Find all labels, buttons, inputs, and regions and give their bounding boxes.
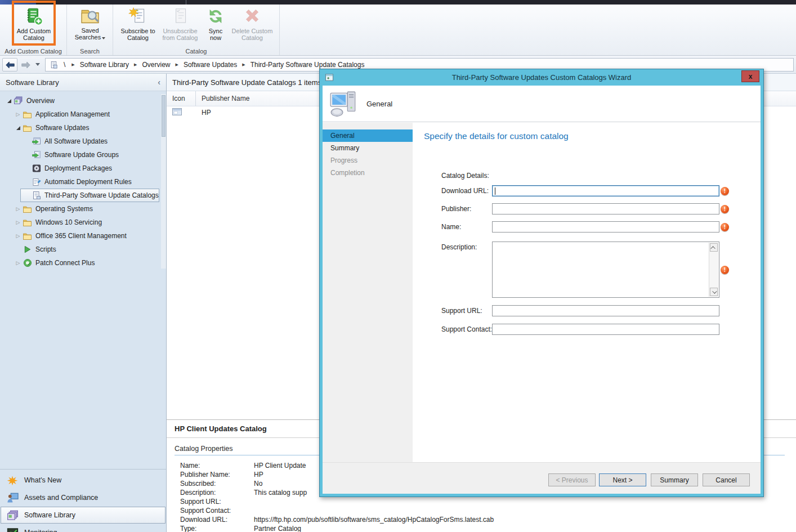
field-label-publisher: Publisher: bbox=[441, 205, 471, 213]
expand-expander-icon[interactable] bbox=[14, 202, 23, 216]
sidebar-item-third-party-software-update-catalogs[interactable]: Third-Party Software Update Catalogs bbox=[0, 189, 160, 202]
catalogs-icon bbox=[32, 191, 41, 200]
wizard-heading: Specify the details for custom catalog bbox=[424, 131, 569, 141]
cancel-button[interactable]: Cancel bbox=[703, 473, 750, 486]
expand-expander-icon[interactable] bbox=[14, 108, 23, 121]
wizard-header: General bbox=[323, 86, 761, 122]
ribbon-tab-separator bbox=[186, 0, 186, 5]
history-dropdown-icon[interactable] bbox=[35, 63, 40, 66]
description-textarea[interactable] bbox=[492, 242, 719, 298]
workspace-item-assets-and-compliance[interactable]: Assets and Compliance bbox=[1, 489, 166, 506]
software-updates-icon bbox=[32, 137, 41, 146]
monitoring-icon bbox=[6, 527, 19, 532]
breadcrumb-item-software-library[interactable]: Software Library bbox=[77, 60, 132, 70]
expander-spacer bbox=[23, 162, 32, 175]
sidebar-item-software-updates[interactable]: Software Updates bbox=[0, 121, 160, 135]
row-publisher-name: HP bbox=[196, 109, 211, 117]
sidebar-title: Software Library bbox=[6, 78, 59, 87]
ribbon-button-unsubscribe-from-catalog[interactable]: Unsubscribe from Catalog bbox=[158, 6, 202, 42]
workspace-item-monitoring[interactable]: Monitoring bbox=[1, 524, 166, 532]
ribbon-button-saved-searches[interactable]: Saved Searches bbox=[70, 6, 110, 41]
catalog-row-icon bbox=[172, 108, 182, 115]
field-label-support-contact: Support Contact: bbox=[441, 325, 492, 333]
collapse-expander-icon[interactable] bbox=[5, 94, 14, 108]
workspace-item-software-library[interactable]: Software Library bbox=[1, 507, 166, 524]
software-library-icon bbox=[6, 509, 19, 521]
collapse-expander-icon[interactable] bbox=[14, 121, 23, 135]
ribbon-button-subscribe-to-catalog[interactable]: Subscribe to Catalog bbox=[118, 6, 158, 42]
back-arrow-icon bbox=[5, 61, 15, 69]
forward-button[interactable] bbox=[18, 58, 33, 71]
collapse-sidebar-icon[interactable]: ‹ bbox=[158, 78, 160, 86]
property-label: Download URL: bbox=[167, 516, 254, 524]
scroll-up-icon[interactable] bbox=[710, 243, 718, 252]
support-url-input[interactable] bbox=[492, 305, 719, 316]
tree-item-label: Deployment Packages bbox=[44, 164, 112, 172]
back-button[interactable] bbox=[2, 58, 17, 71]
expand-expander-icon[interactable] bbox=[14, 256, 23, 270]
sidebar-item-scripts[interactable]: Scripts bbox=[0, 243, 160, 256]
breadcrumb-root[interactable]: \ bbox=[58, 61, 70, 69]
property-label: Publisher Name: bbox=[167, 471, 254, 479]
column-header-icon[interactable]: Icon bbox=[167, 91, 196, 106]
breadcrumb-item-overview[interactable]: Overview bbox=[139, 60, 174, 70]
name-input[interactable] bbox=[492, 221, 719, 233]
delete-custom-catalog-icon bbox=[243, 6, 262, 26]
expand-expander-icon[interactable] bbox=[14, 216, 23, 229]
wizard-footer: < PreviousNext >SummaryCancel bbox=[323, 462, 761, 494]
publisher-input[interactable] bbox=[492, 203, 719, 214]
sidebar-item-windows-10-servicing[interactable]: Windows 10 Servicing bbox=[0, 216, 160, 229]
summary-button[interactable]: Summary bbox=[651, 473, 698, 486]
breadcrumb-item-software-updates[interactable]: Software Updates bbox=[180, 60, 240, 70]
folder-icon bbox=[23, 218, 32, 227]
ribbon-button-sync-now[interactable]: Sync now bbox=[203, 6, 228, 42]
sidebar-item-deployment-packages[interactable]: Deployment Packages bbox=[0, 162, 160, 175]
tree-item-label: Office 365 Client Management bbox=[35, 232, 127, 240]
folder-icon bbox=[23, 204, 32, 214]
next-button[interactable]: Next > bbox=[599, 473, 646, 486]
workspace-label: Assets and Compliance bbox=[24, 494, 98, 502]
tree-item-label: Software Updates bbox=[35, 124, 89, 132]
wizard-step-summary[interactable]: Summary bbox=[323, 142, 413, 154]
close-button[interactable]: x bbox=[741, 70, 759, 82]
support-contact-input[interactable] bbox=[492, 324, 719, 335]
column-header-publisher-name[interactable]: Publisher Name bbox=[196, 91, 249, 106]
tree-item-label: Operating Systems bbox=[35, 205, 93, 213]
sidebar-item-operating-systems[interactable]: Operating Systems bbox=[0, 202, 160, 216]
wizard-page-name: General bbox=[366, 100, 392, 108]
wizard-step-general[interactable]: General bbox=[323, 129, 413, 142]
sidebar-item-software-update-groups[interactable]: Software Update Groups bbox=[0, 148, 160, 162]
ribbon-group-catalog: Subscribe to CatalogUnsubscribe from Cat… bbox=[113, 5, 280, 55]
sidebar-item-office-365-client-management[interactable]: Office 365 Client Management bbox=[0, 229, 160, 243]
scripts-icon bbox=[23, 245, 32, 254]
list-title: Third-Party Software Update Catalogs 1 i… bbox=[172, 78, 321, 87]
scrollbar-thumb[interactable] bbox=[162, 95, 166, 137]
workspace-label: Monitoring bbox=[24, 529, 57, 532]
wizard-title-bar: Third-Party Software Updates Custom Cata… bbox=[320, 69, 763, 86]
required-error-icon: ! bbox=[721, 266, 729, 274]
folder-icon bbox=[23, 123, 32, 133]
property-value: HP bbox=[254, 471, 263, 479]
ribbon-button-label: Sync now bbox=[203, 28, 228, 42]
wizard-step-progress: Progress bbox=[323, 154, 413, 167]
sidebar-item-overview[interactable]: Overview bbox=[0, 94, 160, 108]
expand-expander-icon[interactable] bbox=[14, 229, 23, 243]
wizard-title: Third-Party Software Updates Custom Cata… bbox=[452, 73, 632, 82]
deployment-packages-icon bbox=[32, 164, 41, 173]
property-row: Type:Partner Catalog bbox=[167, 524, 796, 532]
textarea-scrollbar[interactable] bbox=[709, 243, 718, 297]
tree-scrollbar[interactable] bbox=[161, 94, 166, 269]
sidebar-item-automatic-deployment-rules[interactable]: Automatic Deployment Rules bbox=[0, 175, 160, 189]
navigation-tree: OverviewApplication ManagementSoftware U… bbox=[0, 94, 160, 270]
sidebar-item-patch-connect-plus[interactable]: Patch Connect Plus bbox=[0, 256, 160, 270]
field-label-name: Name: bbox=[441, 223, 461, 231]
sidebar-item-all-software-updates[interactable]: All Software Updates bbox=[0, 135, 160, 148]
workspace-item-what-s-new[interactable]: What's New bbox=[1, 472, 166, 489]
sidebar-item-application-management[interactable]: Application Management bbox=[0, 108, 160, 121]
previous-button: < Previous bbox=[548, 473, 596, 486]
scroll-down-icon[interactable] bbox=[710, 288, 718, 296]
download-url-input[interactable] bbox=[492, 185, 719, 196]
ribbon-button-delete-custom-catalog[interactable]: Delete Custom Catalog bbox=[229, 6, 276, 42]
ribbon-group-label: Catalog bbox=[113, 48, 279, 55]
wizard-step-completion: Completion bbox=[323, 167, 413, 179]
